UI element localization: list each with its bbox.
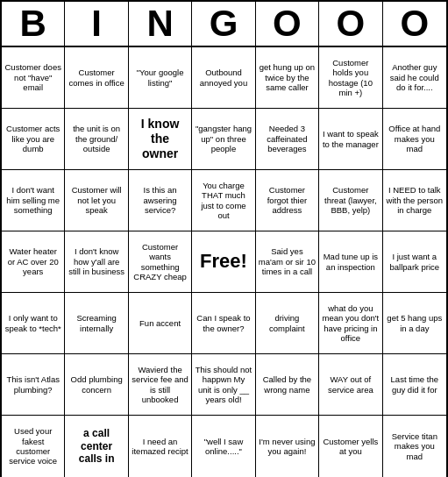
header-letter: B — [2, 2, 65, 46]
header-letter: G — [192, 2, 255, 46]
header-letter: O — [256, 2, 319, 46]
bingo-cell[interactable]: Another guy said he could do it for.... — [383, 47, 446, 109]
bingo-cell[interactable]: Customer holds you hostage (10 min +) — [319, 47, 382, 109]
bingo-cell[interactable]: Screaming internally — [65, 293, 128, 354]
header-letter: I — [65, 2, 128, 46]
bingo-cell[interactable]: WAY out of service area — [319, 354, 382, 416]
bingo-cell[interactable]: Customer forgot thier address — [256, 170, 319, 231]
bingo-cell[interactable]: get 5 hang ups in a day — [383, 293, 446, 354]
bingo-cell[interactable]: Customer threat (lawyer, BBB, yelp) — [319, 170, 382, 231]
bingo-cell[interactable]: Called by the wrong name — [256, 354, 319, 416]
bingo-cell[interactable]: Customer does not "have" email — [2, 47, 65, 109]
bingo-cell[interactable]: I only want to speak to *tech* — [2, 293, 65, 354]
bingo-cell[interactable]: Needed 3 caffeinated beverages — [256, 109, 319, 170]
bingo-card: BINGOOO Customer does not "have" emailCu… — [0, 0, 448, 477]
bingo-cell[interactable]: Customer yells at you — [319, 416, 382, 477]
bingo-header: BINGOOO — [2, 2, 446, 47]
bingo-cell[interactable]: get hung up on twice by the same caller — [256, 47, 319, 109]
bingo-cell[interactable]: This should not happwn My unit is only _… — [192, 354, 255, 416]
bingo-cell[interactable]: Customer comes in office — [65, 47, 128, 109]
bingo-cell[interactable]: Outbound annoyed you — [192, 47, 255, 109]
bingo-cell[interactable]: Customer wants something CRAZY cheap — [129, 231, 192, 293]
bingo-cell[interactable]: Customer acts like you are dumb — [2, 109, 65, 170]
bingo-cell[interactable]: Can I speak to the owner? — [192, 293, 255, 354]
header-letter: O — [319, 2, 382, 46]
bingo-cell[interactable]: I want to speak to the manager — [319, 109, 382, 170]
bingo-cell[interactable]: Mad tune up is an inspection — [319, 231, 382, 293]
bingo-cell[interactable]: "gangster hang up" on three people — [192, 109, 255, 170]
bingo-grid: Customer does not "have" emailCustomer c… — [2, 47, 446, 477]
header-letter: N — [129, 2, 192, 46]
bingo-cell[interactable]: I know the owner — [129, 109, 192, 170]
bingo-cell[interactable]: This isn't Atlas plumbing? — [2, 354, 65, 416]
bingo-cell[interactable]: Free! — [192, 231, 255, 293]
bingo-cell[interactable]: I don't know how y'all are still in busi… — [65, 231, 128, 293]
bingo-cell[interactable]: I just want a ballpark price — [383, 231, 446, 293]
bingo-cell[interactable]: Service titan makes you mad — [383, 416, 446, 477]
bingo-cell[interactable]: Water heater or AC over 20 years — [2, 231, 65, 293]
bingo-cell[interactable]: "well I saw online....." — [192, 416, 255, 477]
bingo-cell[interactable]: Office at hand makes you mad — [383, 109, 446, 170]
bingo-cell[interactable]: Used your fakest customer service voice — [2, 416, 65, 477]
bingo-cell[interactable]: I NEED to talk with the person in charge — [383, 170, 446, 231]
bingo-cell[interactable]: driving complaint — [256, 293, 319, 354]
bingo-cell[interactable]: Said yes ma'am or sir 10 times in a call — [256, 231, 319, 293]
bingo-cell[interactable]: Is this an awsering service? — [129, 170, 192, 231]
bingo-cell[interactable]: Wavierd the service fee and is still unb… — [129, 354, 192, 416]
bingo-cell[interactable]: what do you mean you don't have pricing … — [319, 293, 382, 354]
bingo-cell[interactable]: Last time the guy did it for — [383, 354, 446, 416]
bingo-cell[interactable]: I don't want him selling me something — [2, 170, 65, 231]
bingo-cell[interactable]: I'm never using you again! — [256, 416, 319, 477]
bingo-cell[interactable]: I need an itemazed recipt — [129, 416, 192, 477]
header-letter: O — [383, 2, 446, 46]
bingo-cell[interactable]: Fun accent — [129, 293, 192, 354]
bingo-cell[interactable]: You charge THAT much just to come out — [192, 170, 255, 231]
bingo-cell[interactable]: Odd plumbing concern — [65, 354, 128, 416]
bingo-cell[interactable]: the unit is on the ground/ outside — [65, 109, 128, 170]
bingo-cell[interactable]: "Your google listing" — [129, 47, 192, 109]
bingo-cell[interactable]: a call center calls in — [65, 416, 128, 477]
bingo-cell[interactable]: Customer will not let you speak — [65, 170, 128, 231]
